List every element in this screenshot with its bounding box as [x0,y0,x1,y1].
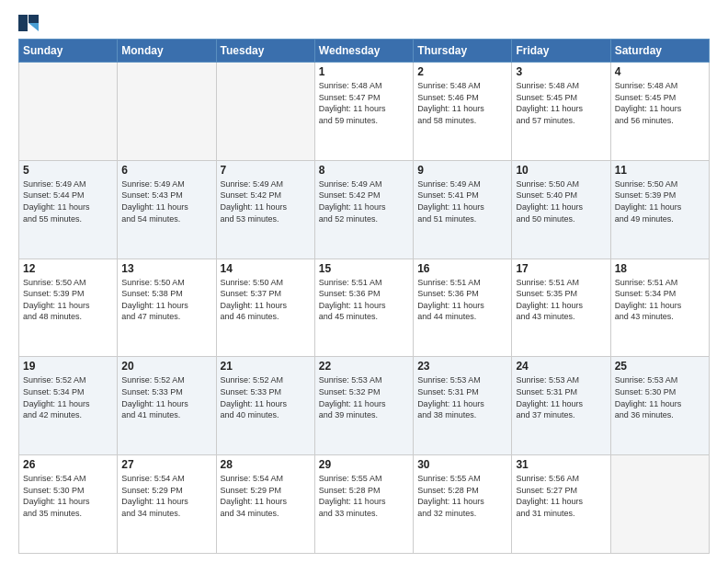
calendar-cell: 27Sunrise: 5:54 AMSunset: 5:29 PMDayligh… [118,455,216,554]
sunset-label: Sunset: 5:44 PM [23,190,85,200]
day-info: Sunrise: 5:50 AMSunset: 5:37 PMDaylight:… [221,277,311,323]
day-number: 10 [516,164,606,177]
day-info: Sunrise: 5:48 AMSunset: 5:46 PMDaylight:… [417,80,507,126]
weekday-header-tuesday: Tuesday [216,40,314,63]
calendar-cell: 9Sunrise: 5:49 AMSunset: 5:41 PMDaylight… [414,160,512,259]
day-info: Sunrise: 5:48 AMSunset: 5:45 PMDaylight:… [615,80,705,126]
day-info: Sunrise: 5:53 AMSunset: 5:30 PMDaylight:… [615,374,705,420]
calendar-week-row: 26Sunrise: 5:54 AMSunset: 5:30 PMDayligh… [19,455,710,554]
day-number: 1 [319,65,409,78]
sunrise-label: Sunrise: 5:48 AM [516,81,579,90]
daylight-minutes: and 50 minutes. [516,214,574,224]
sunset-label: Sunset: 5:34 PM [615,289,677,298]
sunset-label: Sunset: 5:28 PM [319,486,381,495]
day-info: Sunrise: 5:50 AMSunset: 5:39 PMDaylight:… [23,277,113,323]
daylight-label: Daylight: 11 hours [615,104,682,113]
day-number: 9 [417,164,507,177]
daylight-label: Daylight: 11 hours [221,399,288,408]
day-info: Sunrise: 5:52 AMSunset: 5:33 PMDaylight:… [221,374,311,420]
calendar-cell [216,63,314,161]
daylight-minutes: and 55 minutes. [23,214,82,224]
sunset-label: Sunset: 5:34 PM [23,387,85,396]
day-number: 31 [516,458,606,471]
calendar-week-row: 5Sunrise: 5:49 AMSunset: 5:44 PMDaylight… [19,160,710,259]
daylight-label: Daylight: 11 hours [221,202,288,212]
sunrise-label: Sunrise: 5:53 AM [319,375,382,385]
sunset-label: Sunset: 5:39 PM [23,289,85,298]
calendar-cell: 12Sunrise: 5:50 AMSunset: 5:39 PMDayligh… [19,259,118,357]
daylight-label: Daylight: 11 hours [23,399,90,408]
sunset-label: Sunset: 5:36 PM [417,289,479,298]
daylight-minutes: and 35 minutes. [23,509,82,518]
day-info: Sunrise: 5:53 AMSunset: 5:32 PMDaylight:… [319,374,409,420]
sunrise-label: Sunrise: 5:51 AM [516,278,579,287]
sunset-label: Sunset: 5:37 PM [221,289,282,298]
sunrise-label: Sunrise: 5:48 AM [615,81,678,90]
svg-marker-2 [28,23,39,31]
day-info: Sunrise: 5:54 AMSunset: 5:29 PMDaylight:… [121,473,211,519]
daylight-label: Daylight: 11 hours [516,497,583,506]
daylight-label: Daylight: 11 hours [221,497,288,506]
daylight-label: Daylight: 11 hours [121,497,188,506]
sunrise-label: Sunrise: 5:50 AM [221,278,284,287]
sunrise-label: Sunrise: 5:56 AM [516,474,579,483]
day-info: Sunrise: 5:52 AMSunset: 5:33 PMDaylight:… [121,374,211,420]
day-number: 7 [221,164,311,177]
daylight-minutes: and 51 minutes. [417,214,476,224]
calendar-cell: 2Sunrise: 5:48 AMSunset: 5:46 PMDaylight… [414,63,512,161]
day-info: Sunrise: 5:56 AMSunset: 5:27 PMDaylight:… [516,473,606,519]
daylight-minutes: and 38 minutes. [417,410,476,419]
daylight-label: Daylight: 11 hours [417,202,484,212]
sunrise-label: Sunrise: 5:48 AM [319,81,382,90]
day-number: 20 [121,360,211,373]
day-number: 13 [121,262,211,275]
sunset-label: Sunset: 5:30 PM [23,486,85,495]
calendar-cell [19,63,118,161]
calendar-cell [610,455,709,554]
day-number: 6 [121,164,211,177]
daylight-minutes: and 37 minutes. [516,410,574,419]
calendar-week-row: 1Sunrise: 5:48 AMSunset: 5:47 PMDaylight… [19,63,710,161]
day-number: 30 [417,458,507,471]
day-info: Sunrise: 5:50 AMSunset: 5:40 PMDaylight:… [516,178,606,224]
day-info: Sunrise: 5:49 AMSunset: 5:43 PMDaylight:… [121,178,211,224]
sunset-label: Sunset: 5:40 PM [516,190,577,200]
sunrise-label: Sunrise: 5:49 AM [23,179,86,189]
daylight-minutes: and 31 minutes. [516,509,574,518]
daylight-minutes: and 54 minutes. [121,214,180,224]
day-number: 4 [615,65,705,78]
calendar-cell: 7Sunrise: 5:49 AMSunset: 5:42 PMDaylight… [216,160,314,259]
day-info: Sunrise: 5:49 AMSunset: 5:44 PMDaylight:… [23,178,113,224]
daylight-label: Daylight: 11 hours [615,399,682,408]
daylight-label: Daylight: 11 hours [417,497,484,506]
weekday-header-sunday: Sunday [19,40,118,63]
calendar-cell: 11Sunrise: 5:50 AMSunset: 5:39 PMDayligh… [610,160,709,259]
daylight-label: Daylight: 11 hours [23,497,90,506]
svg-rect-0 [18,15,28,31]
day-info: Sunrise: 5:49 AMSunset: 5:41 PMDaylight:… [417,178,507,224]
day-info: Sunrise: 5:51 AMSunset: 5:35 PMDaylight:… [516,277,606,323]
calendar-week-row: 12Sunrise: 5:50 AMSunset: 5:39 PMDayligh… [19,259,710,357]
sunrise-label: Sunrise: 5:52 AM [221,375,284,385]
day-number: 16 [417,262,507,275]
logo-line1 [18,15,40,31]
day-info: Sunrise: 5:55 AMSunset: 5:28 PMDaylight:… [319,473,409,519]
calendar-week-row: 19Sunrise: 5:52 AMSunset: 5:34 PMDayligh… [19,357,710,455]
daylight-label: Daylight: 11 hours [121,301,188,310]
day-number: 15 [319,262,409,275]
sunrise-label: Sunrise: 5:54 AM [121,474,185,483]
daylight-minutes: and 56 minutes. [615,116,674,125]
sunset-label: Sunset: 5:46 PM [417,93,479,102]
calendar-cell: 31Sunrise: 5:56 AMSunset: 5:27 PMDayligh… [512,455,610,554]
day-number: 19 [23,360,113,373]
calendar-cell: 15Sunrise: 5:51 AMSunset: 5:36 PMDayligh… [314,259,413,357]
calendar-cell: 8Sunrise: 5:49 AMSunset: 5:42 PMDaylight… [314,160,413,259]
calendar-cell: 5Sunrise: 5:49 AMSunset: 5:44 PMDaylight… [19,160,118,259]
daylight-label: Daylight: 11 hours [23,202,90,212]
daylight-minutes: and 59 minutes. [319,116,378,125]
day-number: 28 [221,458,311,471]
daylight-label: Daylight: 11 hours [23,301,90,310]
calendar-cell: 21Sunrise: 5:52 AMSunset: 5:33 PMDayligh… [216,357,314,455]
calendar-cell: 24Sunrise: 5:53 AMSunset: 5:31 PMDayligh… [512,357,610,455]
daylight-label: Daylight: 11 hours [516,202,583,212]
